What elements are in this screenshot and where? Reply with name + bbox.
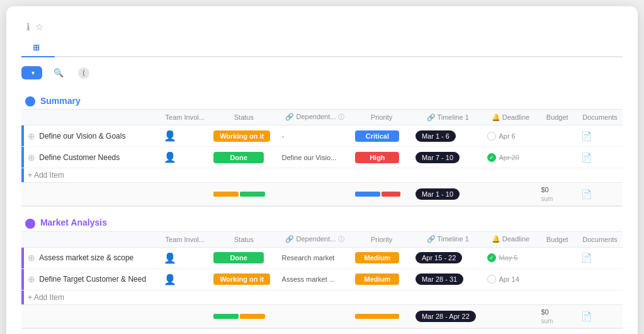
col-header-dependency-col: 🔗 Dependent... ⓘ xyxy=(278,110,352,125)
table-icon: ⊞ xyxy=(33,43,40,52)
documents-cell[interactable] xyxy=(577,268,623,290)
add-subitem-icon[interactable]: ⊕ xyxy=(28,253,35,263)
summary-budget-value: $0 xyxy=(541,186,548,193)
tab-files[interactable] xyxy=(77,44,100,53)
column-header-row: Team Invol...Status🔗 Dependent... ⓘPrior… xyxy=(21,110,623,125)
new-item-button[interactable]: ▾ xyxy=(21,66,42,79)
table-row[interactable]: ⊕ Define our Vision & Goals 👤 Working on… xyxy=(21,125,623,147)
team-cell[interactable]: 👤 xyxy=(160,147,210,168)
priority-cell[interactable]: High xyxy=(351,147,412,168)
add-item-label[interactable]: + Add Item xyxy=(24,290,623,304)
info-icon[interactable]: ⓘ xyxy=(338,113,344,120)
add-item-row[interactable]: + Add Item xyxy=(21,168,623,183)
summary-team-cell xyxy=(160,183,210,207)
document-icon[interactable]: 📄 xyxy=(581,189,592,199)
budget-cell[interactable] xyxy=(537,147,577,168)
summary-name-cell xyxy=(24,304,160,328)
group-color-dot xyxy=(25,219,35,229)
timeline-badge: Mar 1 - 6 xyxy=(415,130,456,142)
item-name-text: Define Customer Needs xyxy=(39,153,120,162)
col-header-budget-col: Budget xyxy=(537,110,577,125)
info-icon[interactable]: ℹ xyxy=(26,21,30,33)
add-subitem-icon[interactable]: ⊕ xyxy=(28,274,35,284)
status-badge: Done xyxy=(213,152,264,163)
deadline-check-icon xyxy=(487,132,496,141)
status-badge: Done xyxy=(213,252,264,263)
add-subitem-icon[interactable]: ⊕ xyxy=(28,131,35,141)
deadline-check-icon: ✓ xyxy=(487,153,496,162)
deadline-cell-container[interactable]: Apr 14 xyxy=(483,268,537,290)
summary-timeline-cell: Mar 1 - 10 xyxy=(412,183,484,207)
deadline-text: Apr 20 xyxy=(499,154,519,161)
documents-cell[interactable]: 📄 xyxy=(577,247,623,268)
table-row[interactable]: ⊕ Define Target Customer & Need 👤 Workin… xyxy=(21,268,623,290)
deadline-cell-container[interactable]: ✓ May 5 xyxy=(483,247,537,268)
tab-main-table[interactable]: ⊞ xyxy=(21,39,55,57)
group-header-summary: Summary xyxy=(21,91,623,110)
add-item-row[interactable]: + Add Item xyxy=(21,290,623,304)
timeline-badge: Mar 1 - 10 xyxy=(415,188,460,200)
tab-add[interactable] xyxy=(100,44,123,53)
team-cell[interactable]: 👤 xyxy=(160,247,210,268)
status-cell[interactable]: Working on it xyxy=(210,268,278,290)
budget-cell[interactable] xyxy=(537,268,577,290)
priority-cell[interactable]: Medium xyxy=(351,268,412,290)
document-icon[interactable]: 📄 xyxy=(581,153,592,163)
tab-gantt[interactable] xyxy=(55,44,77,53)
status-cell[interactable]: Done xyxy=(210,147,278,168)
document-icon[interactable]: 📄 xyxy=(581,311,592,321)
summary-budget-label: sum xyxy=(541,318,553,325)
summary-budget-cell: $0sum xyxy=(537,183,577,207)
summary-dep-cell xyxy=(278,183,352,207)
documents-cell[interactable]: 📄 xyxy=(577,125,623,147)
table-row[interactable]: ⊕ Define Customer Needs 👤 Done Define ou… xyxy=(21,147,623,168)
item-name-cell: ⊕ Define Target Customer & Need xyxy=(24,268,160,290)
status-cell[interactable]: Working on it xyxy=(210,125,278,147)
group-summary-row: Mar 28 - Apr 22 $0sum 📄 xyxy=(21,304,623,328)
add-item-label[interactable]: + Add Item xyxy=(24,168,623,183)
timeline-cell[interactable]: Mar 28 - 31 xyxy=(412,268,484,290)
star-icon[interactable]: ☆ xyxy=(35,21,43,33)
table-row[interactable]: ⊕ Assess market size & scope 👤 Done Rese… xyxy=(21,247,623,268)
team-cell[interactable]: 👤 xyxy=(160,268,210,290)
deadline-cell-container[interactable]: ✓ Apr 20 xyxy=(483,147,537,168)
status-cell[interactable]: Done xyxy=(210,247,278,268)
status-badge: Working on it xyxy=(213,130,270,142)
timeline-cell[interactable]: Mar 1 - 6 xyxy=(412,125,484,147)
documents-cell[interactable]: 📄 xyxy=(577,147,623,168)
add-subitem-icon[interactable]: ⊕ xyxy=(28,153,35,163)
mini-bar-segment xyxy=(213,314,239,319)
dependency-cell[interactable]: - xyxy=(278,125,352,147)
dependency-cell[interactable]: Define our Visio... xyxy=(278,147,352,168)
link-icon: 🔗 xyxy=(285,113,294,120)
budget-cell[interactable] xyxy=(537,247,577,268)
mini-bar-segment xyxy=(355,314,399,319)
info-icon[interactable]: ⓘ xyxy=(338,236,344,243)
document-icon[interactable]: 📄 xyxy=(581,253,592,263)
document-icon[interactable]: 📄 xyxy=(581,131,592,141)
mini-bar-segment xyxy=(240,192,265,197)
summary-dep-cell xyxy=(278,304,352,328)
item-name-cell: ⊕ Define Customer Needs xyxy=(24,147,160,168)
priority-cell[interactable]: Critical xyxy=(351,125,412,147)
budget-cell[interactable] xyxy=(537,125,577,147)
team-cell[interactable]: 👤 xyxy=(160,125,210,147)
summary-team-cell xyxy=(160,304,210,328)
item-name-text: Define Target Customer & Need xyxy=(39,275,146,284)
col-header-dependency-col: 🔗 Dependent... ⓘ xyxy=(278,231,352,247)
deadline-cell-container[interactable]: Apr 6 xyxy=(483,125,537,147)
group-label[interactable]: Market Analysis xyxy=(40,217,107,227)
col-header-budget-col: Budget xyxy=(537,231,577,247)
search-button[interactable]: 🔍 xyxy=(48,65,72,81)
dependency-cell[interactable]: Assess market ... xyxy=(278,268,352,290)
group-label[interactable]: Summary xyxy=(40,96,81,106)
timeline-cell[interactable]: Apr 15 - 22 xyxy=(412,247,484,268)
item-name-text: Assess market size & scope xyxy=(39,253,133,262)
filter-count[interactable]: ( xyxy=(78,67,89,79)
item-name-text: Define our Vision & Goals xyxy=(39,132,125,141)
mini-bar-segment xyxy=(213,192,239,197)
dependency-cell[interactable]: Research market xyxy=(278,247,352,268)
timeline-cell[interactable]: Mar 7 - 10 xyxy=(412,147,484,168)
deadline-cell: ✓ Apr 20 xyxy=(487,153,533,162)
priority-cell[interactable]: Medium xyxy=(351,247,412,268)
